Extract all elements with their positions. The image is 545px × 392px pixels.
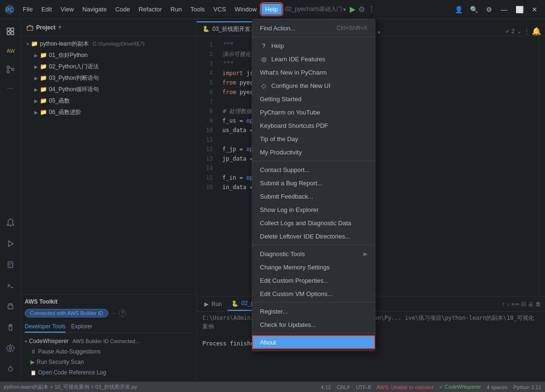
menu-tip-of-day[interactable]: Tip of the Day [252,132,375,145]
sidebar-settings-icon[interactable] [2,340,19,357]
sidebar-more-icon[interactable]: ··· [2,80,19,97]
run-print-btn[interactable]: 🖨 [528,301,534,307]
run-delete-btn[interactable]: 🗑 [535,301,541,307]
menu-collect-logs[interactable]: Collect Logs and Diagnostic Data [252,216,375,229]
status-aws[interactable]: AWS: Unable to connect [376,384,433,390]
run-wrap-btn[interactable]: ⟺ [511,301,519,307]
delete-leftover-label: Delete Leftover IDE Directories... [260,233,350,240]
minimize-button[interactable]: — [497,3,511,16]
maximize-button[interactable]: ⬜ [513,3,526,16]
tree-folder-05[interactable]: ▶ 📁 05_函数 [21,95,196,106]
svg-rect-2 [7,28,10,31]
status-line-ending[interactable]: CRLF [336,384,350,390]
sidebar-print-icon[interactable] [2,298,19,315]
menu-submit-feedback[interactable]: Submit Feedback... [252,190,375,203]
aws-tab-explorer[interactable]: Explorer [71,321,93,333]
sidebar-project-icon[interactable] [2,23,19,40]
menu-edit-custom-vm[interactable]: Edit Custom VM Options... [252,287,375,300]
editor-more-btn[interactable]: ⌄ [516,28,522,35]
status-position[interactable]: 4:12 [321,384,331,390]
run-security-scan-row[interactable]: ▶ Run Security Scan [25,357,192,367]
menu-edit-custom-props[interactable]: Edit Custom Properties... [252,274,375,287]
tree-folder-03[interactable]: ▶ 📁 03_Python判断语句 [21,72,196,84]
menu-configure-ui[interactable]: ◇ Configure the New UI [252,79,375,92]
sidebar-git2-icon[interactable] [2,361,19,378]
menu-vcs[interactable]: VCS [210,4,230,15]
tree-root-path: G:\SynologyDrive\练习 [93,40,145,48]
tree-folder-04[interactable]: ▶ 📁 04_Python循环语句 [21,84,196,95]
editor-tabs-more[interactable]: ▾ [374,29,384,36]
menu-view[interactable]: View [57,4,77,15]
menu-learn-ide[interactable]: ◎ Learn IDE Features [252,52,375,66]
menu-delete-leftover[interactable]: Delete Leftover IDE Directories... [252,229,375,243]
pause-suggestions-row[interactable]: ⏸ Pause Auto-Suggestions [25,346,192,357]
project-chevron[interactable]: ▾ [58,24,61,30]
menu-window[interactable]: Window [231,4,260,15]
sidebar-delete-icon[interactable] [2,319,19,336]
menu-diagnostic-tools[interactable]: Diagnostic Tools ▶ [252,247,375,260]
menu-help[interactable]: Help [261,4,282,15]
run-tab-label[interactable]: ▶ Run [201,297,226,311]
sidebar-run-icon[interactable] [2,235,19,252]
menu-contact-support[interactable]: Contact Support... [252,163,375,176]
sidebar-debug-icon[interactable] [2,256,19,273]
open-code-reference-row[interactable]: 📋 Open Code Reference Log [25,367,192,378]
aws-codewhisperer-row[interactable]: ▾ CodeWhisperer AWS Builder ID Connected… [25,336,192,346]
show-log-label: Show Log in Explorer [260,206,319,213]
menu-refactor[interactable]: Refactor [135,4,166,15]
tree-root[interactable]: ▾ 📁 python-learn的副本 G:\SynologyDrive\练习 [21,38,196,49]
menu-youtube[interactable]: PyCharm on YouTube [252,105,375,119]
aws-connected-badge[interactable]: Connected with AWS Builder ID [25,309,108,317]
menu-run[interactable]: Run [167,4,186,15]
menu-edit[interactable]: Edit [38,4,56,15]
codewhisperer-label: CodeWhisperer [29,338,68,344]
aws-more-btn[interactable]: ··· [111,310,116,316]
sidebar-terminal-icon[interactable] [2,277,19,294]
search-button[interactable]: 🔍 [467,3,480,16]
status-indent[interactable]: 4 spaces [487,384,507,390]
menu-getting-started[interactable]: Getting Started [252,92,375,105]
sidebar-notifications-icon[interactable] [2,214,19,231]
tab-03-icon: 🐍 [202,26,210,32]
sidebar-vcs-icon[interactable] [2,61,19,78]
notifications-btn[interactable]: 🔔 [532,27,541,36]
status-python[interactable]: Python 3.11 [513,384,541,390]
status-encoding[interactable]: UTF-8 [356,384,371,390]
more-run-button[interactable]: ⋮ [368,5,375,14]
menu-change-memory[interactable]: Change Memory Settings [252,260,375,274]
status-codewhisperer[interactable]: ✓ CodeWhisperer [439,384,481,390]
menu-keyboard-pdf[interactable]: Keyboard Shortcuts PDF [252,119,375,132]
run-filter-btn[interactable]: ⊟ [521,301,526,307]
tree-folder-06[interactable]: ▶ 📁 06_函数进阶 [21,106,196,118]
run-button[interactable]: ▶ [350,5,355,14]
menu-tools[interactable]: Tools [187,4,209,15]
menu-help-item[interactable]: ? Help [252,39,375,52]
menu-my-productivity[interactable]: My Productivity [252,145,375,159]
profile-button[interactable]: 👤 [452,3,465,16]
find-action-shortcut: Ctrl+Shift+A [336,25,367,31]
debug-button[interactable]: ⚙ [358,5,365,14]
sidebar-aws-icon[interactable]: AWS [2,42,19,59]
tree-folder-02[interactable]: ▶ 📁 02_Python入门语法 [21,61,196,72]
settings-button[interactable]: ⚙ [482,3,496,16]
menu-submit-bug[interactable]: Submit a Bug Report... [252,176,375,190]
menu-show-log[interactable]: Show Log in Explorer [252,203,375,216]
tree-folder-01[interactable]: ▶ 📁 01_你好Python [21,49,196,61]
menu-navigate[interactable]: Navigate [78,4,110,15]
close-button[interactable]: ✕ [528,3,541,16]
menu-file[interactable]: File [19,4,37,15]
menu-about[interactable]: About [252,335,375,349]
aws-tab-developer-tools[interactable]: Developer Tools [25,321,66,333]
menu-whats-new[interactable]: What's New in PyCharm [252,66,375,79]
aws-help-btn[interactable]: ? [119,309,126,317]
project-panel: Project ▾ ▾ 📁 python-learn的副本 G:\Synolog… [21,19,197,382]
menu-register[interactable]: Register... [252,305,375,318]
editor-split-btn[interactable]: ⋮ [524,28,530,35]
checks-badge[interactable]: ✓ 2 [505,28,515,35]
run-down-btn[interactable]: ↓ [507,301,509,307]
menu-code[interactable]: Code [112,4,134,15]
menu-check-updates[interactable]: Check for Updates... [252,318,375,331]
run-up-btn[interactable]: ↑ [502,301,505,307]
menu-find-action[interactable]: Find Action... Ctrl+Shift+A [252,21,375,35]
status-breadcrumb[interactable]: python-learn的副本 > 10_可视化案例 > 03_折线图开发.py [4,383,137,391]
